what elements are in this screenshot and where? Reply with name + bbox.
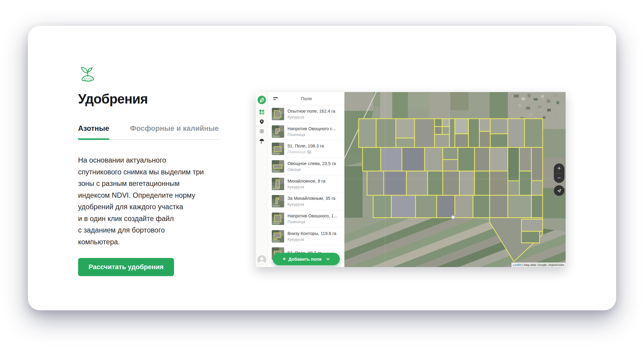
field-thumbnail: Google bbox=[272, 178, 284, 190]
field-name: Внизу Конторы, 119.6 га bbox=[288, 231, 336, 236]
map-zoom-control: + − bbox=[554, 163, 564, 183]
field-list-item[interactable]: Google Внизу Конторы, 119.6 га Кукуруза bbox=[268, 228, 344, 245]
field-list-item[interactable]: Google Опытное поле, 162.4 га Кукуруза bbox=[268, 105, 344, 123]
add-fields-button[interactable]: + Добавить поля bbox=[273, 253, 340, 265]
field-info: Напротив Овощного с... Пшеница bbox=[288, 126, 336, 137]
field-list-item[interactable]: Google Напротив Овошного, 1... Пшеница bbox=[268, 210, 344, 228]
field-crop: Кукуруза bbox=[288, 237, 336, 242]
field-name: Овощное слева, 23.5 га bbox=[288, 161, 336, 166]
field-crop: Пшеница ? bbox=[288, 150, 324, 154]
field-list-item[interactable]: Google Напротив Овощного с... Пшеница bbox=[268, 123, 344, 140]
field-info: Опытное поле, 162.4 га Кукуруза bbox=[288, 109, 335, 119]
sprout-icon bbox=[78, 64, 97, 84]
field-thumbnail: Google bbox=[272, 143, 284, 155]
field-crop: Овощи bbox=[288, 167, 336, 172]
onesoil-logo-icon[interactable] bbox=[258, 96, 266, 104]
field-name: Михайловное, 8 га bbox=[288, 179, 325, 183]
field-name: Напротив Овощного с... bbox=[288, 126, 336, 131]
field-list-item[interactable]: Google За Михайловным, 35 га Кукуруза bbox=[268, 193, 344, 210]
app-screenshot: Поля Google Опытное поле, 162.4 га Кукур… bbox=[256, 92, 566, 267]
tab[interactable]: Фосфорные и калийные bbox=[130, 124, 219, 139]
google-watermark: Google bbox=[273, 152, 280, 154]
description-text: На основании актуального спутникового сн… bbox=[78, 154, 225, 248]
leaflet-link[interactable]: Leaflet bbox=[513, 263, 522, 266]
hand-cursor bbox=[449, 214, 455, 221]
hero-section: Удобрения Азотные Фосфорные и калийные Н… bbox=[78, 64, 225, 248]
calculate-fertilizers-button[interactable]: Рассчитать удобрения bbox=[78, 258, 174, 276]
locate-me-button[interactable] bbox=[554, 185, 564, 196]
google-watermark: Google bbox=[273, 117, 280, 120]
map-attribution: Leaflet | Map data: Google, DigitalGlobe bbox=[511, 263, 566, 267]
fields-section-icon[interactable] bbox=[259, 109, 264, 115]
field-crop: Кукуруза bbox=[288, 185, 325, 189]
field-thumbnail: Google bbox=[272, 213, 284, 225]
field-thumbnail: Google bbox=[272, 108, 284, 120]
map-terrain bbox=[344, 92, 566, 267]
field-info: Внизу Конторы, 119.6 га Кукуруза bbox=[288, 231, 336, 242]
field-thumbnail: Google bbox=[272, 125, 284, 138]
tabs: Азотные Фосфорные и калийные bbox=[78, 124, 221, 140]
page: Удобрения Азотные Фосфорные и калийные Н… bbox=[0, 0, 644, 360]
field-name: 51. Поле, 108.3 га bbox=[288, 144, 324, 148]
soil-scatter-icon[interactable] bbox=[259, 129, 264, 134]
google-watermark: Google bbox=[273, 187, 280, 190]
plus-icon: + bbox=[283, 256, 286, 262]
field-crop: Пшеница bbox=[288, 220, 337, 224]
field-crop: Кукуруза bbox=[288, 115, 335, 119]
app-sidebar-rail bbox=[256, 92, 268, 267]
field-list-item[interactable]: Google Овощное слева, 23.5 га Овощи bbox=[268, 158, 344, 175]
user-avatar[interactable] bbox=[257, 255, 266, 264]
field-name: За Михайловным, 35 га bbox=[288, 196, 335, 201]
field-crop: Пшеница bbox=[288, 132, 336, 137]
field-list-item[interactable]: Google 51. Поле, 108.3 га Пшеница ? bbox=[268, 140, 344, 158]
tab[interactable]: Азотные bbox=[78, 124, 109, 139]
google-watermark: Google bbox=[273, 240, 280, 242]
field-info: Овощное слева, 23.5 га Овощи bbox=[288, 161, 336, 172]
fields-panel-header: Поля bbox=[268, 92, 344, 105]
sort-menu-icon[interactable] bbox=[273, 97, 278, 100]
fields-list: Google Опытное поле, 162.4 га Кукуруза G… bbox=[268, 105, 344, 267]
google-watermark: Google bbox=[273, 222, 280, 224]
field-thumbnail: Google bbox=[272, 230, 284, 243]
field-name: Напротив Овошного, 1... bbox=[288, 213, 337, 218]
add-fields-label: Добавить поля bbox=[288, 257, 321, 262]
zoom-in-button[interactable]: + bbox=[554, 163, 564, 173]
google-watermark: Google bbox=[273, 170, 280, 172]
google-watermark: Google bbox=[273, 135, 280, 137]
field-name: Опытное поле, 162.4 га bbox=[288, 109, 335, 114]
fields-panel-title: Поля bbox=[268, 96, 344, 101]
fields-panel: Поля Google Опытное поле, 162.4 га Кукур… bbox=[268, 92, 344, 267]
field-info: Напротив Овошного, 1... Пшеница bbox=[288, 213, 337, 224]
field-info: 51. Поле, 108.3 га Пшеница ? bbox=[288, 144, 324, 154]
field-info: Михайловное, 8 га Кукуруза bbox=[288, 179, 325, 189]
weather-umbrella-icon[interactable] bbox=[259, 138, 264, 144]
page-title: Удобрения bbox=[78, 91, 225, 107]
field-thumbnail: Google bbox=[272, 195, 284, 207]
chevron-down-icon[interactable] bbox=[326, 258, 330, 260]
help-icon[interactable]: ? bbox=[307, 150, 311, 154]
attribution-text: | Map data: Google, DigitalGlobe bbox=[522, 263, 564, 266]
field-thumbnail: Google bbox=[272, 160, 284, 173]
content-card: Удобрения Азотные Фосфорные и калийные Н… bbox=[28, 26, 616, 310]
zoom-out-button[interactable]: − bbox=[554, 173, 564, 183]
google-watermark: Google bbox=[273, 205, 280, 207]
field-list-item[interactable]: Google Михайловное, 8 га Кукуруза bbox=[268, 175, 344, 193]
location-pin-icon[interactable] bbox=[259, 119, 264, 124]
field-crop: Кукуруза bbox=[288, 202, 335, 206]
satellite-map[interactable]: + − Leaflet | Map data: Google, DigitalG… bbox=[344, 92, 566, 267]
field-info: За Михайловным, 35 га Кукуруза bbox=[288, 196, 335, 206]
